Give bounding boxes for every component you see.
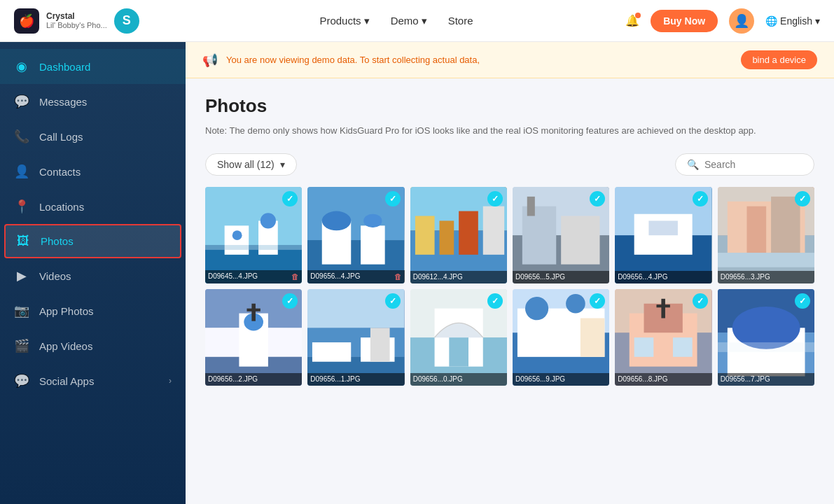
photo-delete-icon[interactable]: 🗑	[394, 272, 402, 281]
photo-card[interactable]: ✓ D09645...4.JPG 🗑	[205, 187, 302, 284]
search-box[interactable]: 🔍	[675, 153, 814, 176]
sidebar: ◉ Dashboard 💬 Messages 📞 Call Logs 👤 Con…	[0, 42, 186, 504]
search-input[interactable]	[704, 159, 802, 170]
svg-rect-62	[634, 337, 654, 357]
photo-card[interactable]: ✓ D09656...9.JPG	[513, 289, 609, 386]
notification-bell[interactable]: 🔔	[625, 14, 639, 27]
photo-label: D09656...4.JPG 🗑	[307, 270, 404, 284]
svg-rect-18	[482, 206, 503, 254]
svg-point-56	[566, 294, 585, 314]
sidebar-item-label: App Photos	[39, 305, 94, 317]
photo-filename: D09612...4.JPG	[413, 273, 463, 281]
dashboard-icon: ◉	[14, 59, 29, 74]
chevron-down-icon: ▾	[364, 15, 370, 27]
photo-card[interactable]: ✓ D09656...4.JPG	[615, 187, 711, 284]
banner-text: You are now viewing demo data. To start …	[226, 55, 732, 65]
sidebar-item-contacts[interactable]: 👤 Contacts	[0, 154, 186, 189]
svg-rect-64	[662, 299, 666, 318]
photo-check-mark: ✓	[693, 293, 708, 309]
sidebar-item-label: Contacts	[39, 166, 81, 178]
photo-check-mark: ✓	[795, 191, 810, 206]
sidebar-item-dashboard[interactable]: ◉ Dashboard	[0, 49, 186, 84]
photo-label: D09656...5.JPG	[513, 271, 609, 284]
photo-label: D09656...0.JPG	[410, 373, 507, 386]
svg-rect-3	[232, 230, 242, 240]
nav-store[interactable]: Store	[448, 15, 473, 27]
svg-rect-2	[225, 225, 249, 254]
sidebar-item-social-apps[interactable]: 💬 Social Apps ›	[0, 363, 186, 398]
chevron-down-icon: ▾	[815, 15, 820, 27]
svg-rect-22	[561, 216, 599, 264]
svg-rect-16	[439, 220, 454, 254]
apple-logo: 🍎	[14, 8, 39, 34]
sidebar-item-videos[interactable]: ▶ Videos	[0, 258, 186, 293]
social-apps-icon: 💬	[14, 373, 29, 388]
photo-filename: D09656...4.JPG	[310, 272, 360, 280]
sidebar-item-locations[interactable]: 📍 Locations	[0, 189, 186, 224]
photo-card[interactable]: ✓ D09656...7.JPG	[718, 289, 814, 386]
photo-filename: D09656...8.JPG	[618, 375, 667, 383]
brand-info: Crystal Lil' Bobby's Pho...	[46, 11, 107, 31]
photo-card[interactable]: ✓ D09656...4.JPG 🗑	[307, 187, 404, 284]
sidebar-item-label: Dashboard	[39, 61, 90, 73]
photo-filename: D09645...4.JPG	[208, 272, 258, 280]
photo-check-mark: ✓	[487, 191, 503, 206]
language-selector[interactable]: 🌐 English ▾	[765, 15, 820, 27]
photo-card[interactable]: ✓ D09656...3.JPG	[718, 187, 814, 284]
photo-filename: D09656...4.JPG	[618, 273, 667, 281]
sidebar-item-app-videos[interactable]: 🎬 App Videos	[0, 328, 186, 363]
svg-rect-40	[251, 304, 256, 321]
svg-rect-15	[415, 216, 435, 254]
svg-rect-17	[459, 211, 478, 254]
sidebar-item-call-logs[interactable]: 📞 Call Logs	[0, 119, 186, 154]
svg-rect-70	[718, 342, 814, 352]
svg-point-55	[525, 297, 548, 320]
sidebar-item-label: Videos	[39, 270, 71, 282]
svg-rect-32	[746, 206, 766, 254]
photo-card[interactable]: ✓ D09656...8.JPG	[615, 289, 711, 386]
photo-card[interactable]: ✓ D09612...4.JPG	[410, 187, 507, 284]
logo-area: 🍎 Crystal Lil' Bobby's Pho... S	[14, 8, 139, 34]
photo-check-mark: ✓	[282, 293, 298, 309]
nav-products[interactable]: Products ▾	[319, 15, 369, 27]
photo-card[interactable]: ✓ D09656...2.JPG	[205, 289, 302, 386]
demo-banner: 📢 You are now viewing demo data. To star…	[186, 42, 834, 78]
buy-now-button[interactable]: Buy Now	[651, 10, 718, 32]
nav-links: Products ▾ Demo ▾ Store	[167, 15, 625, 27]
photo-check-mark: ✓	[385, 191, 401, 206]
svg-rect-45	[312, 342, 351, 362]
user-avatar[interactable]: 👤	[729, 8, 754, 34]
device-name: Lil' Bobby's Pho...	[46, 21, 107, 30]
photo-card[interactable]: ✓ D09656...1.JPG	[307, 289, 404, 386]
show-all-button[interactable]: Show all (12) ▾	[205, 153, 297, 176]
photo-check-mark: ✓	[590, 293, 605, 309]
photo-check-mark: ✓	[693, 191, 708, 206]
svg-rect-57	[581, 318, 605, 356]
sidebar-item-messages[interactable]: 💬 Messages	[0, 84, 186, 119]
notification-dot	[635, 13, 641, 18]
sidebar-item-label: Photos	[41, 235, 74, 247]
photo-filename: D09656...2.JPG	[208, 375, 258, 383]
nav-demo[interactable]: Demo ▾	[391, 15, 427, 27]
photo-filename: D09656...3.JPG	[721, 273, 770, 281]
brand-icon: S	[114, 8, 139, 34]
photo-label: D09656...8.JPG	[615, 373, 711, 386]
photo-check-mark: ✓	[795, 293, 810, 309]
main-layout: ◉ Dashboard 💬 Messages 📞 Call Logs 👤 Con…	[0, 42, 834, 504]
sidebar-item-photos[interactable]: 🖼 Photos ➜	[4, 224, 181, 258]
sidebar-item-app-photos[interactable]: 📷 App Photos	[0, 293, 186, 328]
svg-point-10	[322, 211, 351, 230]
contacts-icon: 👤	[14, 164, 29, 179]
sidebar-item-label: Social Apps	[39, 375, 94, 387]
chevron-down-icon: ▾	[422, 15, 427, 27]
photo-label: D09656...9.JPG	[513, 373, 609, 386]
bind-device-button[interactable]: bind a device	[741, 50, 817, 69]
photo-check-mark: ✓	[590, 191, 605, 206]
svg-rect-28	[649, 220, 678, 235]
photo-card[interactable]: ✓ D09656...0.JPG	[410, 289, 507, 386]
photo-card[interactable]: ✓ D09656...5.JPG	[513, 187, 609, 284]
main-content: 📢 You are now viewing demo data. To star…	[186, 42, 834, 504]
photo-delete-icon[interactable]: 🗑	[291, 272, 299, 281]
videos-icon: ▶	[14, 268, 29, 284]
svg-rect-6	[205, 244, 302, 249]
